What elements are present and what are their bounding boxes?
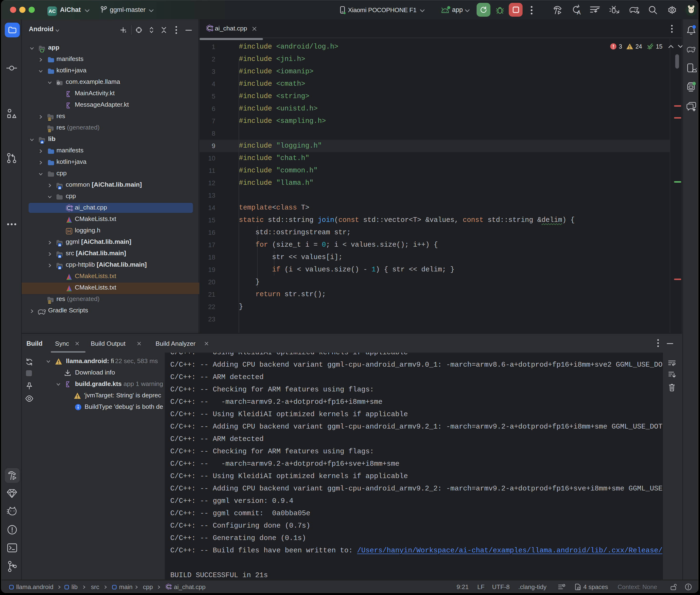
svg-text:A: A bbox=[577, 9, 581, 16]
